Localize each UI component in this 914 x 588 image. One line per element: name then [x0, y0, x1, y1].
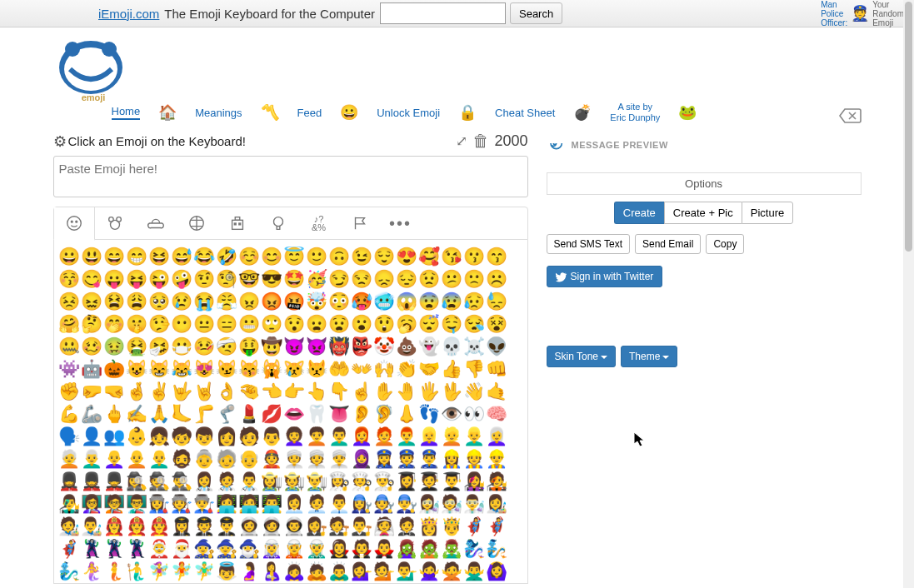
emoji-cell[interactable]: 😣 [58, 290, 81, 312]
emoji-cell[interactable]: 🦻 [373, 402, 396, 425]
emoji-cell[interactable]: 🙁 [463, 267, 486, 290]
emoji-cell[interactable]: 🧞 [486, 537, 508, 560]
emoji-cell[interactable]: 🥵 [351, 290, 373, 312]
emoji-cell[interactable]: 😢 [171, 290, 193, 312]
emoji-cell[interactable]: 🤦‍♀️ [238, 582, 261, 584]
emoji-cell[interactable]: 🤵 [396, 515, 418, 537]
emoji-cell[interactable]: 👏 [396, 357, 418, 380]
emoji-cell[interactable]: 👩‍🦳 [486, 425, 508, 447]
emoji-cell[interactable]: 🧚‍♂️ [193, 560, 216, 582]
emoji-cell[interactable]: 😍 [396, 245, 418, 267]
emoji-cell[interactable]: 😙 [486, 245, 508, 267]
emoji-cell[interactable]: 🧑‍🎤 [486, 470, 508, 492]
emoji-cell[interactable]: 😦 [306, 312, 328, 335]
emoji-cell[interactable]: 😕 [441, 267, 463, 290]
emoji-cell[interactable]: 🙄 [261, 312, 283, 335]
emoji-cell[interactable]: 👩‍🔬 [418, 492, 441, 515]
emoji-cell[interactable]: 😩 [126, 290, 148, 312]
emoji-cell[interactable]: 👨 [261, 425, 283, 447]
emoji-cell[interactable]: 👨‍🔬 [463, 492, 486, 515]
emoji-cell[interactable]: 💩 [396, 335, 418, 357]
emoji-cell[interactable]: 👩‍🔧 [351, 492, 373, 515]
emoji-cell[interactable]: 👿 [306, 335, 328, 357]
create-button[interactable]: Create [614, 202, 664, 224]
emoji-cell[interactable]: 👐 [351, 357, 373, 380]
emoji-cell[interactable]: 🤢 [103, 335, 126, 357]
emoji-cell[interactable]: 🧑‍🚀 [261, 515, 283, 537]
emoji-cell[interactable]: 👂 [351, 402, 373, 425]
emoji-cell[interactable]: 🧙 [216, 537, 238, 560]
emoji-cell[interactable]: 😌 [373, 245, 396, 267]
emoji-cell[interactable]: 👩‍🚒 [103, 515, 126, 537]
emoji-cell[interactable]: 🙀 [261, 357, 283, 380]
emoji-cell[interactable]: 😰 [441, 290, 463, 312]
emoji-cell[interactable]: 👰 [373, 515, 396, 537]
emoji-cell[interactable]: 💁‍♂️ [396, 560, 418, 582]
emoji-cell[interactable]: ☹️ [486, 267, 508, 290]
emoji-cell[interactable]: 😖 [81, 290, 103, 312]
emoji-cell[interactable]: 👷‍♂️ [486, 447, 508, 470]
emoji-cell[interactable]: 🧑‍🦲 [126, 447, 148, 470]
scrollbar-thumb[interactable] [905, 2, 912, 252]
emoji-cell[interactable]: 🧑‍🎨 [58, 515, 81, 537]
emoji-cell[interactable]: 🙃 [328, 245, 351, 267]
emoji-cell[interactable]: 🧐 [216, 267, 238, 290]
emoji-cell[interactable]: 😾 [306, 357, 328, 380]
copy-button[interactable]: Copy [706, 234, 744, 254]
emoji-cell[interactable]: 🤶 [148, 537, 171, 560]
emoji-cell[interactable]: 🧑‍🌾 [283, 470, 306, 492]
emoji-cell[interactable]: 👣 [418, 402, 441, 425]
emoji-cell[interactable]: 🧑‍🦳 [58, 447, 81, 470]
emoji-cell[interactable]: 😼 [216, 357, 238, 380]
emoji-cell[interactable]: 🤙 [486, 380, 508, 402]
emoji-cell[interactable]: 👨‍🚒 [148, 515, 171, 537]
emoji-cell[interactable]: 🧜‍♀️ [81, 560, 103, 582]
emoji-cell[interactable]: 👩‍🎓 [396, 470, 418, 492]
emoji-cell[interactable]: 🙌 [373, 357, 396, 380]
emoji-cell[interactable]: 🤛 [81, 380, 103, 402]
emoji-cell[interactable]: 😐 [193, 312, 216, 335]
emoji-cell[interactable]: 😜 [148, 267, 171, 290]
emoji-cell[interactable]: 😳 [328, 290, 351, 312]
emoji-cell[interactable]: 🧏‍♀️ [171, 582, 193, 584]
site-link[interactable]: iEmoji.com [98, 7, 159, 21]
emoji-cell[interactable]: 🥳 [306, 267, 328, 290]
emoji-cell[interactable]: 👥 [103, 425, 126, 447]
emoji-cell[interactable]: 🥱 [396, 312, 418, 335]
emoji-cell[interactable]: 🤦 [261, 582, 283, 584]
emoji-cell[interactable]: 👩‍🎤 [463, 470, 486, 492]
emoji-cell[interactable]: 🤒 [193, 335, 216, 357]
emoji-cell[interactable]: 👲 [261, 447, 283, 470]
emoji-cell[interactable]: 🤕 [216, 335, 238, 357]
emoji-cell[interactable]: 👸 [418, 515, 441, 537]
emoji-cell[interactable]: 👩‍🦲 [103, 447, 126, 470]
emoji-cell[interactable]: 🤨 [193, 267, 216, 290]
emoji-cell[interactable]: 😛 [103, 267, 126, 290]
nav-author[interactable]: A site byEric Dunphy [610, 102, 660, 123]
emoji-cell[interactable]: 🧚 [171, 560, 193, 582]
emoji-cell[interactable]: 🤰 [238, 560, 261, 582]
emoji-cell[interactable]: 🦹 [103, 537, 126, 560]
emoji-cell[interactable]: 👃 [396, 402, 418, 425]
cat-food[interactable] [136, 207, 177, 239]
emoji-cell[interactable]: 😿 [283, 357, 306, 380]
emoji-cell[interactable]: 😋 [81, 267, 103, 290]
emoji-cell[interactable]: 👈 [261, 380, 283, 402]
emoji-cell[interactable]: 👨‍⚕️ [238, 470, 261, 492]
emoji-cell[interactable]: 🧠 [486, 402, 508, 425]
emoji-cell[interactable]: 👻 [418, 335, 441, 357]
expand-icon[interactable]: ⤢ [456, 132, 467, 150]
emoji-cell[interactable]: 🕵️‍♂️ [171, 470, 193, 492]
emoji-cell[interactable]: 👩‍⚖️ [306, 515, 328, 537]
emoji-cell[interactable]: 👎 [463, 357, 486, 380]
emoji-cell[interactable]: 👩 [216, 425, 238, 447]
emoji-cell[interactable]: 😵 [486, 312, 508, 335]
emoji-cell[interactable]: 😱 [396, 290, 418, 312]
emoji-cell[interactable]: 😂 [193, 245, 216, 267]
emoji-cell[interactable]: 🤴 [441, 515, 463, 537]
emoji-cell[interactable]: 😫 [103, 290, 126, 312]
emoji-cell[interactable]: 🤬 [283, 290, 306, 312]
emoji-cell[interactable]: 🙆 [58, 582, 81, 584]
emoji-cell[interactable]: 🧏‍♂️ [216, 582, 238, 584]
emoji-cell[interactable]: 🧜‍♂️ [126, 560, 148, 582]
